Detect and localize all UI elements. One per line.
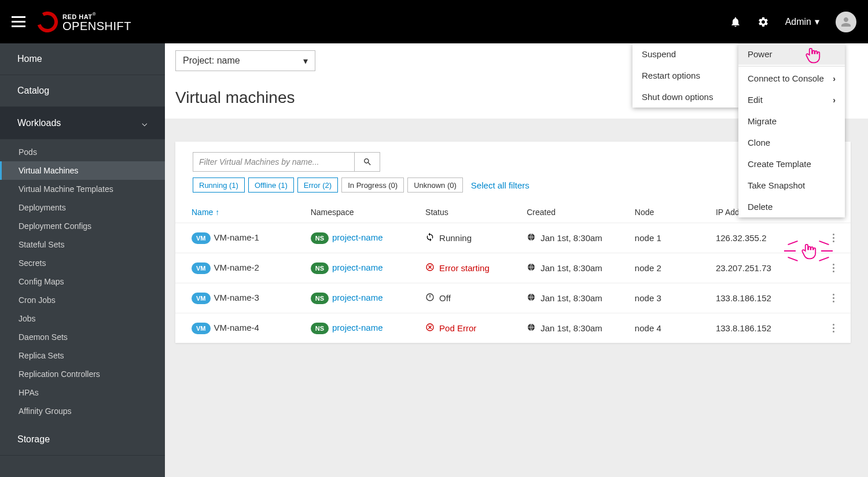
gear-icon[interactable] xyxy=(757,16,769,28)
svg-rect-5 xyxy=(429,295,430,298)
status-icon xyxy=(425,293,435,304)
vm-badge: VM xyxy=(192,293,211,304)
sidebar-item-hpas[interactable]: HPAs xyxy=(0,383,165,402)
row-kebab-menu[interactable] xyxy=(824,231,844,245)
sidebar-item-daemon-sets[interactable]: Daemon Sets xyxy=(0,328,165,346)
search-button[interactable] xyxy=(355,152,380,172)
context-menu-item[interactable]: Power xyxy=(738,43,845,65)
sidebar-item-virtual-machines[interactable]: Virtual Machines xyxy=(0,161,165,180)
node-name: node 1 xyxy=(628,223,709,253)
status-text[interactable]: Error starting xyxy=(439,263,490,273)
row-kebab-menu[interactable] xyxy=(824,261,844,275)
vm-badge: VM xyxy=(192,232,211,244)
filter-chip[interactable]: Unknown (0) xyxy=(407,178,463,193)
context-menu-item[interactable]: Delete xyxy=(738,196,845,217)
status-icon xyxy=(425,262,435,273)
vm-badge: VM xyxy=(192,262,211,274)
filter-chip[interactable]: Running (1) xyxy=(193,178,245,193)
status-text: Off xyxy=(439,293,451,303)
context-menu-item[interactable]: Clone xyxy=(738,132,845,153)
project-selector[interactable]: Project: name ▾ xyxy=(175,50,315,71)
chevron-down-icon: ⌵ xyxy=(142,117,148,128)
context-menu-item[interactable]: Take Snapshot xyxy=(738,175,845,196)
select-all-filters[interactable]: Select all filters xyxy=(471,180,529,190)
sidebar-item-jobs[interactable]: Jobs xyxy=(0,309,165,328)
status-text: Running xyxy=(439,233,472,243)
sidebar-item-config-maps[interactable]: Config Maps xyxy=(0,272,165,291)
col-header[interactable]: Status xyxy=(418,202,520,223)
col-header[interactable]: Node xyxy=(628,202,709,223)
created-time: Jan 1st, 8:30am xyxy=(540,233,602,243)
vm-name[interactable]: VM-name-4 xyxy=(214,323,259,332)
sidebar: Home Catalog Workloads ⌵ PodsVirtual Mac… xyxy=(0,43,165,477)
sidebar-item-replication-controllers[interactable]: Replication Controllers xyxy=(0,365,165,383)
power-submenu: SuspendRestart optionsShut down options xyxy=(632,43,739,108)
namespace-link[interactable]: project-name xyxy=(332,262,383,272)
admin-label: Admin xyxy=(785,17,811,27)
table-row: VMVM-name-4NSproject-namePod ErrorJan 1s… xyxy=(175,313,851,343)
ns-badge: NS xyxy=(311,262,329,274)
submenu-item[interactable]: Restart options xyxy=(632,65,739,86)
sidebar-item-pods[interactable]: Pods xyxy=(0,143,165,161)
col-header[interactable]: Created xyxy=(520,202,628,223)
sidebar-item-virtual-machine-templates[interactable]: Virtual Machine Templates xyxy=(0,180,165,198)
avatar[interactable] xyxy=(836,12,856,32)
filter-chip[interactable]: Offline (1) xyxy=(248,178,294,193)
admin-dropdown[interactable]: Admin ▾ xyxy=(785,16,819,27)
sidebar-home[interactable]: Home xyxy=(0,43,165,75)
vm-name[interactable]: VM-name-2 xyxy=(214,262,259,272)
sidebar-catalog[interactable]: Catalog xyxy=(0,75,165,107)
sidebar-item-stateful-sets[interactable]: Stateful Sets xyxy=(0,235,165,254)
sidebar-item-secrets[interactable]: Secrets xyxy=(0,254,165,272)
submenu-item[interactable]: Suspend xyxy=(632,43,739,65)
sidebar-item-replica-sets[interactable]: Replica Sets xyxy=(0,346,165,365)
sidebar-item-deployments[interactable]: Deployments xyxy=(0,198,165,217)
namespace-link[interactable]: project-name xyxy=(332,232,383,242)
hamburger-menu-icon[interactable] xyxy=(12,16,25,27)
submenu-item[interactable]: Shut down options xyxy=(632,86,739,108)
user-icon xyxy=(839,15,853,29)
status-icon xyxy=(425,232,435,243)
table-row: VMVM-name-2NSproject-nameError startingJ… xyxy=(175,253,851,283)
context-menu-item[interactable]: Create Template xyxy=(738,153,845,175)
sidebar-item-affinity-groups[interactable]: Affinity Groups xyxy=(0,402,165,420)
context-menu-item[interactable]: Edit› xyxy=(738,89,845,110)
namespace-link[interactable]: project-name xyxy=(332,293,383,302)
status-text[interactable]: Pod Error xyxy=(439,323,476,333)
row-kebab-menu[interactable] xyxy=(824,321,844,335)
sidebar-storage[interactable]: Storage xyxy=(0,424,165,456)
filter-chip[interactable]: In Progress (0) xyxy=(341,178,404,193)
ns-badge: NS xyxy=(311,232,329,244)
node-name: node 4 xyxy=(628,313,709,343)
table-row: VMVM-name-1NSproject-nameRunningJan 1st,… xyxy=(175,223,851,253)
menu-separator xyxy=(738,66,845,66)
sidebar-item-deployment-configs[interactable]: Deployment Configs xyxy=(0,217,165,235)
filter-input[interactable] xyxy=(193,152,355,172)
chevron-right-icon: › xyxy=(833,74,836,83)
caret-down-icon: ▾ xyxy=(303,56,308,66)
status-icon xyxy=(425,323,435,334)
ns-badge: NS xyxy=(311,323,329,334)
col-header[interactable]: Name ↑ xyxy=(175,202,304,223)
vm-name[interactable]: VM-name-3 xyxy=(214,293,259,302)
vm-name[interactable]: VM-name-1 xyxy=(214,232,259,242)
row-kebab-menu[interactable] xyxy=(824,291,844,305)
context-menu-item[interactable]: Migrate xyxy=(738,110,845,132)
sidebar-workloads[interactable]: Workloads ⌵ xyxy=(0,107,165,139)
product-logo[interactable]: RED HAT® OPENSHIFT xyxy=(37,12,131,32)
sidebar-workload-items: PodsVirtual MachinesVirtual Machine Temp… xyxy=(0,139,165,424)
globe-icon xyxy=(527,323,536,334)
context-menu-item[interactable]: Connect to Console› xyxy=(738,68,845,89)
openshift-icon xyxy=(37,12,58,32)
col-header[interactable]: Namespace xyxy=(304,202,418,223)
namespace-link[interactable]: project-name xyxy=(332,323,383,332)
ip-address: 23.207.251.73 xyxy=(709,253,817,283)
created-time: Jan 1st, 8:30am xyxy=(540,323,602,333)
bell-icon[interactable] xyxy=(730,16,741,28)
search-icon xyxy=(363,157,372,167)
chevron-down-icon: ▾ xyxy=(815,16,819,27)
sort-asc-icon: ↑ xyxy=(215,208,219,217)
sidebar-item-cron-jobs[interactable]: Cron Jobs xyxy=(0,291,165,309)
globe-icon xyxy=(527,293,536,304)
filter-chip[interactable]: Error (2) xyxy=(297,178,338,193)
